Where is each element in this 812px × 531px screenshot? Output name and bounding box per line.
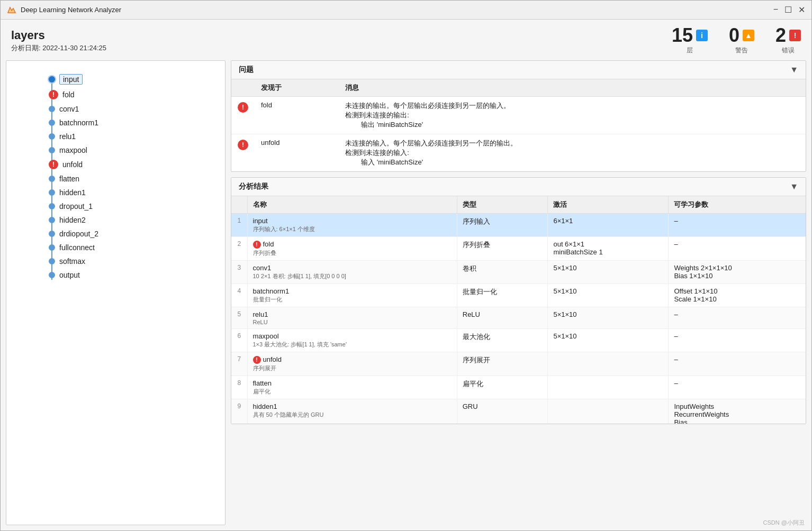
warnings-count: 0 [729,26,739,45]
result-row-num: 4 [231,284,247,307]
result-layer-name: !fold [253,240,452,249]
issues-table-row: ! fold 未连接的输出。每个层输出必须连接到另一层的输入。 检测到未连接的输… [231,97,806,134]
results-table-row: 4 batchnorm1 批量归一化 批量归一化 5×1×10 Offset 1… [231,284,806,307]
network-node[interactable]: maxpool [49,143,87,157]
results-table-row: 5 relu1 ReLU ReLU 5×1×10 – [231,307,806,329]
network-node-wrapper: relu1 [49,130,76,143]
network-node[interactable]: input [49,71,83,87]
network-node[interactable]: fullconnect [49,241,95,254]
issues-table-row: ! unfold 未连接的输入。每个层输入必须连接到另一个层的输出。 检测到未连… [231,134,806,172]
network-node[interactable]: relu1 [49,130,76,143]
network-node[interactable]: batchnorm1 [49,116,98,130]
result-row-params: Offset 1×1×10Scale 1×1×10 [669,284,806,307]
result-layer-name: !unfold [253,355,452,364]
warnings-icon: ▲ [743,30,754,41]
result-row-type: ReLU [457,307,548,329]
node-dot [49,133,55,140]
results-table: 名称 类型 激活 可学习参数 1 input 序列输入: 6×1×1 个维度 序… [231,196,806,424]
maximize-button[interactable]: ☐ [784,5,792,15]
result-layer-name: conv1 [253,264,452,272]
results-col-type: 类型 [457,196,548,214]
results-table-row: 2 !fold 序列折叠 序列折叠 out 6×1×1miniBatchSize… [231,237,806,261]
result-row-activation: 5×1×10 [548,261,669,284]
result-row-name: !fold 序列折叠 [247,237,457,261]
result-row-type: 序列折叠 [457,237,548,261]
result-row-num: 6 [231,329,247,352]
node-dot [49,147,55,153]
network-node[interactable]: softmax [49,254,85,268]
network-node[interactable]: hidden2 [49,213,86,227]
results-table-container[interactable]: 名称 类型 激活 可学习参数 1 input 序列输入: 6×1×1 个维度 序… [231,196,806,424]
node-dot [49,272,55,278]
issues-collapse-button[interactable]: ▼ [790,65,798,75]
result-row-activation: out 6×1×1miniBatchSize 1 [548,237,669,261]
result-row-activation [548,352,669,376]
result-layer-sub: 扁平化 [253,388,452,396]
result-row-num: 3 [231,261,247,284]
result-row-num: 7 [231,352,247,376]
result-layer-sub: 序列输入: 6×1×1 个维度 [253,225,452,233]
network-node[interactable]: hidden1 [49,186,86,199]
result-row-num: 2 [231,237,247,261]
issue-error-icon: ! [238,102,248,113]
result-row-type: 序列展开 [457,352,548,376]
result-row-type: 最大池化 [457,329,548,352]
network-node-wrapper: !fold [49,87,75,102]
node-label: fold [62,90,75,99]
issues-col-message: 消息 [339,79,806,97]
node-dot [49,176,55,182]
result-row-params: – [669,237,806,261]
network-node-wrapper: !unfold [49,157,83,172]
network-diagram-panel: input!foldconv1batchnorm1relu1maxpool!un… [6,60,225,525]
network-node-wrapper: flatten [49,172,79,186]
layers-stat: 15 i 层 [672,26,708,55]
errors-label: 错误 [782,46,795,55]
network-node-wrapper: fullconnect [49,241,95,254]
result-row-num: 1 [231,214,247,237]
close-button[interactable]: ✕ [798,5,805,15]
results-col-name: 名称 [247,196,457,214]
node-dot [49,189,55,196]
minimize-button[interactable]: − [773,5,778,15]
warnings-label: 警告 [735,46,748,55]
network-node[interactable]: dropout_1 [49,199,93,213]
result-row-type: 卷积 [457,261,548,284]
result-row-name: hidden1 具有 50 个隐藏单元的 GRU [247,399,457,424]
network-node[interactable]: drdiopout_2 [49,227,98,241]
results-collapse-button[interactable]: ▼ [790,182,798,191]
result-row-num: 8 [231,376,247,399]
result-row-type: 批量归一化 [457,284,548,307]
result-row-name: conv1 10 2×1 卷积: 步幅[1 1], 填充[0 0 0 0] [247,261,457,284]
result-layer-sub: 序列展开 [253,364,452,372]
results-col-num [231,196,247,214]
body-section: input!foldconv1batchnorm1relu1maxpool!un… [1,60,811,530]
network-node[interactable]: flatten [49,172,79,186]
network-node[interactable]: output [49,268,80,282]
results-table-row: 3 conv1 10 2×1 卷积: 步幅[1 1], 填充[0 0 0 0] … [231,261,806,284]
result-layer-sub: 批量归一化 [253,296,452,304]
app-logo-icon [7,5,16,15]
result-row-name: !unfold 序列展开 [247,352,457,376]
network-node[interactable]: !unfold [49,157,83,172]
network-node-list: input!foldconv1batchnorm1relu1maxpool!un… [22,71,209,282]
result-row-activation: 6×1×1 [548,214,669,237]
result-row-num: 5 [231,307,247,329]
row-error-icon: ! [253,356,261,364]
app-title: Deep Learning Network Analyzer [21,6,121,14]
result-row-params: – [669,329,806,352]
network-node-wrapper: drdiopout_2 [49,227,98,241]
main-window: Deep Learning Network Analyzer − ☐ ✕ lay… [0,0,812,531]
results-panel: 分析结果 ▼ 名称 类型 激活 可学习参数 [231,177,806,424]
page-title: layers [11,29,106,42]
network-node-wrapper: input [49,71,83,87]
network-node[interactable]: !fold [49,87,75,102]
result-row-type: 扁平化 [457,376,548,399]
node-dot [49,106,55,112]
node-dot [49,231,55,237]
result-layer-name: batchnorm1 [253,287,452,295]
network-node-wrapper: conv1 [49,102,79,116]
network-node[interactable]: conv1 [49,102,79,116]
node-label: relu1 [59,132,76,141]
issues-col-found: 发现于 [255,79,339,97]
issue-icon-cell: ! [231,134,255,172]
